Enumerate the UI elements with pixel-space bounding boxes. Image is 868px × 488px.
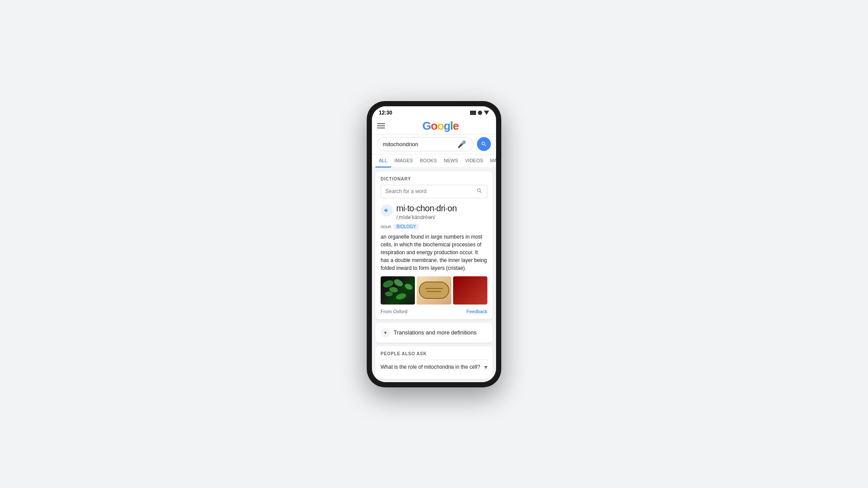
battery-icon — [484, 111, 489, 115]
ask-chevron-icon: ▾ — [484, 364, 487, 370]
word-text: mi·to·chon·dri·on — [396, 203, 457, 213]
status-icons — [470, 111, 489, 115]
dictionary-search-box[interactable] — [381, 185, 487, 198]
chevron-down-icon: ▾ — [381, 328, 390, 337]
logo-e: e — [453, 119, 458, 132]
mito-blob — [395, 292, 407, 301]
people-also-ask-card: PEOPLE ALSO ASK What is the role of mito… — [375, 346, 493, 379]
source-label: From Oxford — [381, 309, 408, 314]
google-header: Google — [372, 118, 496, 134]
word-header: mi·to·chon·dri·on /ˌmīdəˈkändrēən/ — [381, 203, 487, 220]
mito-image-1[interactable] — [381, 276, 415, 305]
mito-inner-structure2 — [427, 291, 441, 292]
dictionary-section-label: DICTIONARY — [381, 177, 487, 181]
signal-icon — [470, 111, 476, 115]
tab-news[interactable]: NEWS — [441, 154, 462, 167]
dictionary-footer: From Oxford Feedback — [381, 309, 487, 314]
logo-g: G — [422, 119, 431, 132]
logo-g2: g — [444, 119, 450, 132]
tab-images[interactable]: IMAGES — [391, 154, 417, 167]
search-bar: mitochondrion 🎤 — [372, 134, 496, 154]
word-definition: an organelle found in large numbers in m… — [381, 233, 487, 272]
dictionary-search-input[interactable] — [385, 188, 477, 194]
speaker-button[interactable] — [381, 204, 393, 216]
status-bar: 12:30 — [372, 106, 496, 118]
phone-frame: 12:30 Google mitochondrion 🎤 — [367, 101, 501, 387]
phone-screen: 12:30 Google mitochondrion 🎤 — [372, 106, 496, 382]
mito-inner-structure — [425, 288, 443, 289]
ask-question-text: What is the role of mitochondria in the … — [381, 364, 484, 370]
search-button[interactable] — [477, 137, 491, 151]
tab-all[interactable]: ALL — [375, 154, 391, 167]
logo-o1: o — [431, 119, 437, 132]
mito-image-2[interactable] — [417, 276, 451, 305]
search-query-text: mitochondrion — [383, 141, 457, 147]
dictionary-search-icon — [477, 188, 483, 195]
subject-tag: BIOLOGY — [394, 224, 418, 229]
ask-item[interactable]: What is the role of mitochondria in the … — [381, 360, 487, 374]
word-pronunciation: /ˌmīdəˈkändrēən/ — [396, 214, 457, 220]
tab-books[interactable]: BOOKS — [416, 154, 440, 167]
definition-images — [381, 276, 487, 305]
time-display: 12:30 — [379, 110, 392, 116]
hamburger-menu-button[interactable] — [377, 123, 385, 128]
dictionary-card: DICTIONARY — [375, 171, 493, 319]
feedback-link[interactable]: Feedback — [467, 309, 487, 314]
tab-more[interactable]: MA... — [487, 154, 496, 167]
word-info: mi·to·chon·dri·on /ˌmīdəˈkändrēən/ — [396, 203, 457, 220]
google-logo: Google — [390, 120, 491, 131]
mito-blob — [393, 278, 404, 288]
mito-image-3[interactable] — [453, 276, 487, 305]
search-input-wrap[interactable]: mitochondrion 🎤 — [377, 137, 473, 151]
mito-blob — [385, 291, 393, 296]
mic-icon[interactable]: 🎤 — [457, 140, 466, 148]
logo-o2: o — [437, 119, 444, 132]
search-tabs: ALL IMAGES BOOKS NEWS VIDEOS MA... — [372, 154, 496, 168]
word-tags: noun BIOLOGY — [381, 224, 487, 229]
tab-videos[interactable]: VIDEOS — [462, 154, 487, 167]
mito-blob — [404, 282, 413, 291]
translations-row[interactable]: ▾ Translations and more definitions — [375, 323, 493, 343]
mito-diagram — [419, 282, 449, 299]
people-also-ask-label: PEOPLE ALSO ASK — [381, 351, 487, 356]
translations-label: Translations and more definitions — [394, 329, 477, 336]
wifi-icon — [478, 111, 482, 115]
main-content: DICTIONARY — [372, 168, 496, 382]
part-of-speech-tag: noun — [381, 224, 391, 229]
